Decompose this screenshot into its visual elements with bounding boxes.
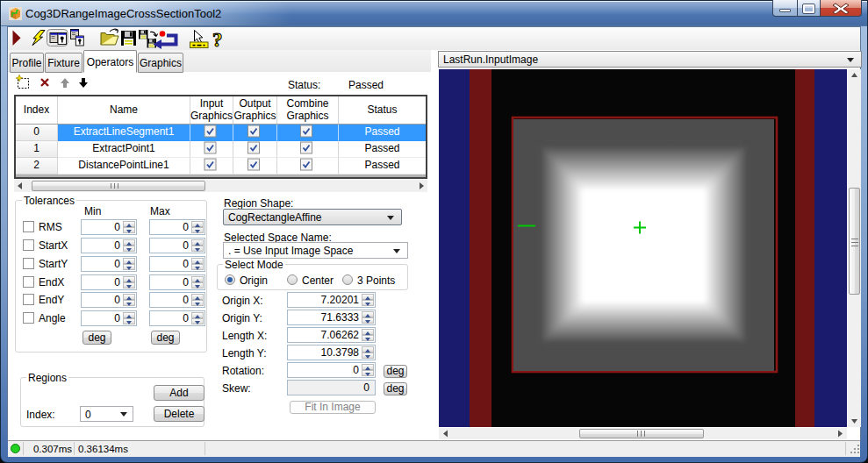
- svg-text:?: ?: [212, 29, 223, 51]
